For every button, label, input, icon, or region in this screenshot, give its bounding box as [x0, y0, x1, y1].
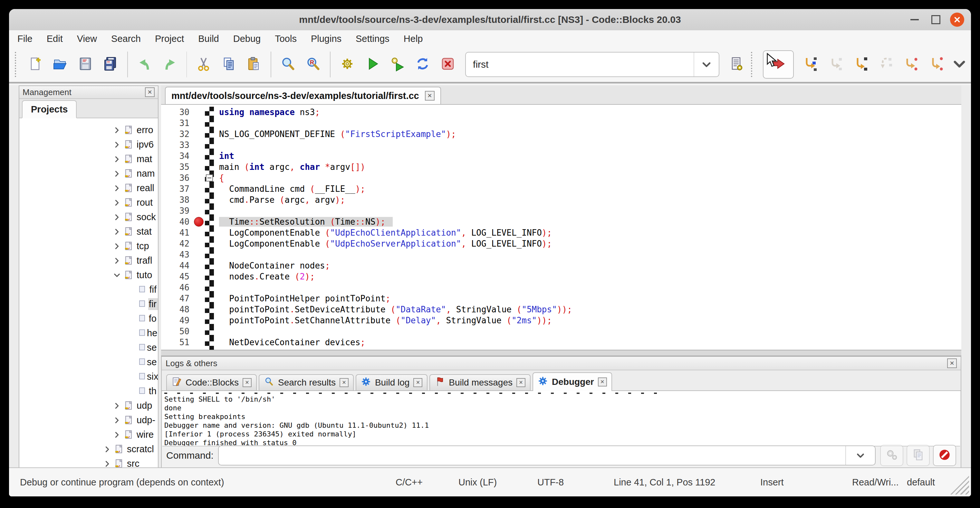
fold-margin[interactable] — [205, 337, 214, 348]
menu-view[interactable]: View — [77, 33, 97, 44]
tree-item-udp-[interactable]: udp- — [19, 413, 158, 427]
menu-build[interactable]: Build — [198, 33, 219, 44]
breakpoint-margin[interactable] — [193, 172, 205, 183]
chevron-right-icon[interactable] — [113, 228, 124, 235]
chevron-down-icon[interactable] — [113, 272, 124, 279]
menu-file[interactable]: File — [18, 33, 33, 44]
tree-item-mat[interactable]: mat — [19, 152, 158, 166]
breakpoint-margin[interactable] — [193, 304, 205, 315]
management-close-icon[interactable]: ✕ — [145, 88, 154, 97]
tab-close-icon[interactable]: ✕ — [243, 378, 251, 387]
cut-button[interactable] — [195, 56, 212, 73]
tree-item-erro[interactable]: erro — [19, 123, 158, 137]
breakpoint-margin[interactable] — [193, 282, 205, 293]
breakpoint-margin[interactable] — [193, 249, 205, 260]
tree-item-fif[interactable]: fif — [19, 282, 158, 297]
logs-tab-build-log[interactable]: Build log✕ — [356, 374, 428, 390]
breakpoint-margin[interactable] — [193, 151, 205, 161]
tree-item-stat[interactable]: stat — [19, 225, 158, 239]
fold-margin[interactable] — [205, 315, 214, 326]
tree-item-fo[interactable]: fo — [19, 311, 158, 326]
copy-log-button[interactable] — [907, 445, 930, 466]
menu-tools[interactable]: Tools — [275, 33, 297, 44]
logs-tab-search-results[interactable]: Search results✕ — [259, 374, 354, 390]
undo-button[interactable] — [136, 56, 153, 73]
line-number[interactable]: 41 — [161, 228, 193, 237]
breakpoint-margin[interactable] — [193, 260, 205, 271]
projects-tree[interactable]: erroipv6matnamreallroutsockstattcptraflt… — [19, 118, 158, 467]
rebuild-button[interactable] — [414, 56, 431, 73]
menu-search[interactable]: Search — [111, 33, 141, 44]
tree-item-reall[interactable]: reall — [19, 181, 158, 195]
logs-tab-code-blocks[interactable]: Code::Blocks✕ — [166, 374, 257, 390]
breakpoint-margin[interactable] — [193, 238, 205, 249]
breakpoint-icon[interactable] — [194, 217, 204, 226]
line-number[interactable]: 45 — [161, 272, 193, 282]
tree-item-udp[interactable]: udp — [19, 398, 158, 413]
chevron-right-icon[interactable] — [113, 170, 124, 177]
new-file-button[interactable] — [27, 56, 43, 73]
toolbar-grip[interactable] — [15, 52, 20, 77]
title-bar[interactable]: mnt/dev/tools/source/ns-3-dev/examples/t… — [9, 9, 971, 30]
line-number[interactable]: 50 — [161, 326, 193, 336]
menu-debug[interactable]: Debug — [233, 33, 261, 44]
line-number[interactable]: 32 — [161, 129, 193, 139]
code-editor[interactable]: 30using namespace ns3;3132NS_LOG_COMPONE… — [161, 105, 961, 350]
line-number[interactable]: 44 — [161, 261, 193, 271]
chevron-down-icon[interactable] — [845, 446, 875, 465]
chevron-right-icon[interactable] — [113, 214, 124, 221]
build-target-combobox[interactable]: first — [465, 52, 719, 77]
chevron-right-icon[interactable] — [113, 199, 124, 206]
chevron-right-icon[interactable] — [113, 141, 124, 148]
fold-margin[interactable] — [205, 238, 214, 249]
tree-item-sock[interactable]: sock — [19, 210, 158, 225]
line-number[interactable]: 42 — [161, 239, 193, 248]
horizontal-splitter[interactable] — [161, 350, 961, 356]
save-button[interactable] — [77, 56, 94, 73]
tree-item-src[interactable]: src — [19, 456, 158, 467]
tree-item-se[interactable]: se — [19, 355, 158, 369]
debugger-log[interactable]: Setting SHELL to '/bin/sh'doneSetting br… — [162, 391, 960, 446]
chevron-right-icon[interactable] — [104, 460, 115, 467]
line-number[interactable]: 38 — [161, 195, 193, 205]
stop-button[interactable] — [933, 445, 956, 466]
find-button[interactable] — [280, 56, 296, 73]
run-button[interactable] — [364, 56, 381, 73]
tree-item-ipv6[interactable]: ipv6 — [19, 137, 158, 152]
tree-item-rout[interactable]: rout — [19, 195, 158, 210]
find-replace-button[interactable]: R — [305, 56, 321, 73]
chevron-right-icon[interactable] — [113, 431, 124, 438]
build-button[interactable]: / — [339, 56, 356, 73]
fold-margin[interactable] — [205, 194, 214, 205]
chevron-down-icon[interactable] — [694, 53, 719, 76]
breakpoint-margin[interactable] — [193, 194, 205, 205]
line-number[interactable]: 36 — [161, 173, 193, 183]
toolbar-grip[interactable] — [751, 52, 756, 77]
line-number[interactable]: 31 — [161, 118, 193, 128]
close-button[interactable] — [948, 9, 966, 30]
resize-grip[interactable] — [950, 476, 969, 494]
fold-margin[interactable] — [205, 205, 214, 216]
line-number[interactable]: 35 — [161, 162, 193, 172]
fold-margin[interactable] — [205, 183, 214, 194]
chevron-right-icon[interactable] — [113, 185, 124, 192]
run-to-cursor-button[interactable] — [802, 56, 819, 73]
logs-close-icon[interactable]: ✕ — [947, 358, 957, 368]
fold-margin[interactable] — [205, 216, 214, 227]
fold-collapse-icon[interactable] — [206, 174, 213, 182]
breakpoint-margin[interactable] — [193, 118, 205, 129]
menu-project[interactable]: Project — [155, 33, 184, 44]
line-number[interactable]: 33 — [161, 140, 193, 150]
step-into-button[interactable] — [853, 56, 869, 73]
fold-margin[interactable] — [205, 172, 214, 183]
logs-tab-build-messages[interactable]: Build messages✕ — [430, 374, 531, 390]
next-instruction-button[interactable] — [903, 56, 920, 73]
editor-tab[interactable]: mnt/dev/tools/source/ns-3-dev/examples/t… — [165, 87, 441, 104]
fold-margin[interactable] — [205, 326, 214, 337]
redo-button[interactable] — [161, 56, 178, 73]
breakpoint-margin[interactable] — [193, 205, 205, 216]
line-number[interactable]: 30 — [161, 107, 193, 117]
tree-item-trafl[interactable]: trafl — [19, 253, 158, 268]
breakpoint-margin[interactable] — [193, 315, 205, 326]
menu-edit[interactable]: Edit — [47, 33, 63, 44]
